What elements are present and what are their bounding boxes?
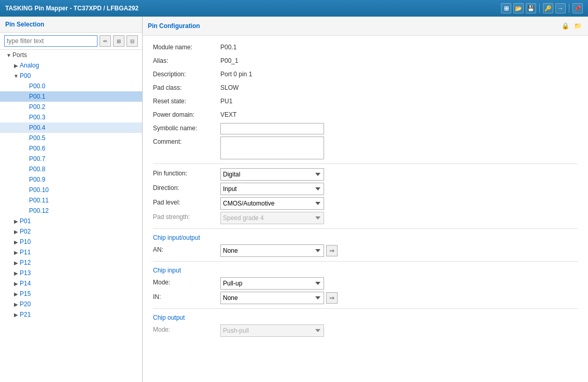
tree-item-p000[interactable]: P00.0 bbox=[0, 81, 142, 91]
toggle-p11[interactable]: ▶ bbox=[12, 249, 20, 256]
toggle-p13[interactable]: ▶ bbox=[12, 269, 20, 277]
an-select[interactable]: None bbox=[220, 244, 324, 257]
toolbar-icon-6[interactable]: 📌 bbox=[572, 3, 583, 13]
pin-function-select[interactable]: Digital Analog bbox=[220, 168, 324, 181]
tree-label-p001: P00.1 bbox=[29, 93, 45, 100]
pin-function-row: Pin function: Digital Analog bbox=[153, 168, 578, 181]
an-arrow-btn[interactable]: ⇒ bbox=[326, 245, 338, 256]
pad-strength-select[interactable]: Speed grade 4 bbox=[220, 212, 324, 224]
tree-item-ports[interactable]: ▼ Ports bbox=[0, 50, 142, 60]
tree-label-p004: P00.4 bbox=[29, 124, 45, 131]
tree-item-p00[interactable]: ▼ P00 bbox=[0, 71, 142, 81]
pad-level-select[interactable]: CMOS/Automotive CMOS TTL bbox=[220, 197, 324, 210]
toggle-p21[interactable]: ▶ bbox=[12, 311, 20, 318]
toggle-analog[interactable]: ▶ bbox=[12, 62, 20, 69]
reset-state-row: Reset state: PU1 bbox=[153, 96, 578, 107]
tree-item-p20[interactable]: ▶ P20 bbox=[0, 299, 142, 309]
toggle-p20[interactable]: ▶ bbox=[12, 301, 20, 308]
in-select[interactable]: None bbox=[220, 292, 324, 304]
filter-input[interactable] bbox=[4, 35, 97, 47]
direction-select[interactable]: Input Output Bidirectional bbox=[220, 183, 324, 195]
tree-item-p0010[interactable]: P00.10 bbox=[0, 185, 142, 195]
filter-expand-btn[interactable]: ⊞ bbox=[113, 35, 124, 47]
divider-3 bbox=[153, 261, 578, 262]
filter-edit-btn[interactable]: ✏ bbox=[100, 35, 111, 47]
toolbar-icon-4[interactable]: 🔑 bbox=[543, 3, 553, 13]
title-bar: TASKING Pin Mapper - TC37XPD / LFBGA292 … bbox=[0, 0, 588, 17]
tree-label-p21: P21 bbox=[20, 311, 31, 318]
tree-label-p0011: P00.11 bbox=[29, 197, 49, 204]
power-domain-row: Power domain: VEXT bbox=[153, 110, 578, 121]
toggle-ports[interactable]: ▼ bbox=[5, 51, 12, 59]
tree-label-p13: P13 bbox=[20, 269, 31, 277]
mode-label: Mode: bbox=[153, 277, 220, 286]
tree-label-p000: P00.0 bbox=[29, 83, 45, 90]
tree-item-p007[interactable]: P00.7 bbox=[0, 154, 142, 164]
tree-item-p003[interactable]: P00.3 bbox=[0, 112, 142, 122]
description-value: Port 0 pin 1 bbox=[220, 69, 252, 78]
tree-label-p00: P00 bbox=[20, 72, 31, 79]
tree-item-p02[interactable]: ▶ P02 bbox=[0, 226, 142, 237]
tree-item-p001[interactable]: P00.1 bbox=[0, 91, 142, 102]
tree-item-p15[interactable]: ▶ P15 bbox=[0, 289, 142, 299]
toggle-p14[interactable]: ▶ bbox=[12, 280, 20, 287]
toolbar-icon-1[interactable]: ⊞ bbox=[501, 3, 511, 13]
tree-label-p02: P02 bbox=[20, 228, 31, 235]
chip-output-section-title: Chip output bbox=[153, 314, 578, 321]
direction-row: Direction: Input Output Bidirectional bbox=[153, 183, 578, 195]
tree-item-p0011[interactable]: P00.11 bbox=[0, 195, 142, 206]
tree-item-p11[interactable]: ▶ P11 bbox=[0, 247, 142, 257]
toolbar-icon-5[interactable]: → bbox=[555, 3, 566, 13]
in-arrow-btn[interactable]: ⇒ bbox=[326, 292, 338, 304]
tree-item-p13[interactable]: ▶ P13 bbox=[0, 268, 142, 278]
pin-selection-header: Pin Selection bbox=[0, 17, 142, 33]
mode-select[interactable]: Pull-up Pull-down No pull bbox=[220, 277, 324, 290]
tree-label-p10: P10 bbox=[20, 238, 31, 245]
output-mode-label: Mode: bbox=[153, 324, 220, 333]
tree-item-p004[interactable]: P00.4 bbox=[0, 122, 142, 133]
module-name-label: Module name: bbox=[153, 42, 220, 51]
output-mode-select[interactable]: Push-pull Open drain bbox=[220, 324, 324, 337]
tree-label-p14: P14 bbox=[20, 280, 31, 287]
toggle-p00[interactable]: ▼ bbox=[12, 72, 20, 79]
toggle-p12[interactable]: ▶ bbox=[12, 259, 20, 266]
filter-collapse-btn[interactable]: ⊟ bbox=[127, 35, 138, 47]
tree-label-p12: P12 bbox=[20, 259, 31, 266]
tree-item-p008[interactable]: P00.8 bbox=[0, 164, 142, 174]
tree-item-p21[interactable]: ▶ P21 bbox=[0, 309, 142, 320]
toolbar-icon-3[interactable]: 💾 bbox=[526, 3, 536, 13]
symbolic-name-input[interactable] bbox=[220, 123, 324, 134]
an-select-group: None ⇒ bbox=[220, 244, 338, 257]
toggle-p02[interactable]: ▶ bbox=[12, 228, 20, 235]
config-header-label: Pin Configuration bbox=[148, 22, 200, 30]
tree-item-p005[interactable]: P00.5 bbox=[0, 133, 142, 143]
toolbar-divider-2 bbox=[569, 4, 569, 13]
tree-container: ▼ Ports ▶ Analog ▼ P00 P00.0 P00.1 P00.2 bbox=[0, 50, 142, 382]
tree-item-p12[interactable]: ▶ P12 bbox=[0, 257, 142, 268]
toggle-p10[interactable]: ▶ bbox=[12, 238, 20, 245]
toggle-p01[interactable]: ▶ bbox=[12, 217, 20, 225]
comment-row: Comment: bbox=[153, 137, 578, 159]
tree-item-analog[interactable]: ▶ Analog bbox=[0, 60, 142, 71]
tree-item-p14[interactable]: ▶ P14 bbox=[0, 278, 142, 289]
tree-item-p0012[interactable]: P00.12 bbox=[0, 206, 142, 216]
tree-item-p10[interactable]: ▶ P10 bbox=[0, 237, 142, 247]
lock-icon[interactable]: 🔒 bbox=[560, 21, 570, 31]
toolbar-icon-2[interactable]: 📂 bbox=[513, 3, 524, 13]
chip-io-section-title: Chip input/output bbox=[153, 234, 578, 241]
tree-label-p005: P00.5 bbox=[29, 134, 45, 142]
symbolic-name-row: Symbolic name: bbox=[153, 123, 578, 134]
right-panel: Pin Configuration 🔒 📁 Module name: P00.1… bbox=[143, 17, 588, 382]
toggle-p15[interactable]: ▶ bbox=[12, 290, 20, 297]
tree-item-p009[interactable]: P00.9 bbox=[0, 174, 142, 185]
comment-input[interactable] bbox=[220, 137, 324, 159]
alias-row: Alias: P00_1 bbox=[153, 56, 578, 67]
folder-icon[interactable]: 📁 bbox=[572, 21, 583, 31]
in-label: IN: bbox=[153, 292, 220, 301]
tree-item-p01[interactable]: ▶ P01 bbox=[0, 216, 142, 226]
filter-bar: ✏ ⊞ ⊟ bbox=[0, 33, 142, 50]
tree-label-analog: Analog bbox=[20, 62, 39, 69]
tree-item-p002[interactable]: P00.2 bbox=[0, 102, 142, 112]
tree-item-p006[interactable]: P00.6 bbox=[0, 143, 142, 154]
pad-level-row: Pad level: CMOS/Automotive CMOS TTL bbox=[153, 197, 578, 210]
